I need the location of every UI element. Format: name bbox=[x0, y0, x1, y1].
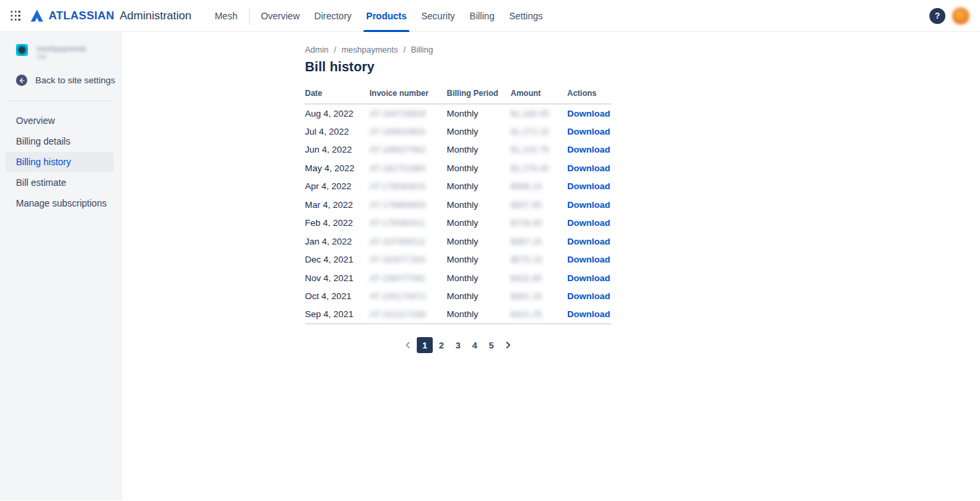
sidebar-item[interactable]: Billing history bbox=[5, 152, 114, 172]
bill-date: Apr 4, 2022 bbox=[305, 177, 369, 196]
bill-date: Mar 4, 2022 bbox=[305, 196, 369, 215]
help-icon[interactable]: ? bbox=[929, 8, 945, 24]
pagination-next-button[interactable] bbox=[500, 337, 516, 353]
invoice-number-redacted: AT-151317338 bbox=[369, 306, 447, 324]
main-content: AdminmeshpaymentsBilling Bill history Da… bbox=[122, 32, 980, 500]
bill-amount-redacted: $1,278.40 bbox=[511, 159, 567, 178]
top-nav-item[interactable]: Settings bbox=[502, 0, 551, 32]
top-nav-item[interactable]: Directory bbox=[307, 0, 359, 32]
user-avatar[interactable] bbox=[952, 7, 969, 25]
bill-amount-redacted: $987.15 bbox=[511, 233, 567, 251]
table-row: Aug 4, 2022 AT-184729828 Monthly $1,185.… bbox=[305, 104, 611, 123]
sidebar-item[interactable]: Overview bbox=[5, 111, 114, 131]
sidebar: meshpayments Site Back to site settings … bbox=[0, 32, 122, 500]
invoice-number-redacted: AT-175080411 bbox=[369, 214, 447, 233]
pagination-page-button[interactable]: 4 bbox=[467, 337, 483, 353]
brand-wordmark: ATLASSIAN bbox=[49, 9, 115, 23]
bill-date: Aug 4, 2022 bbox=[305, 104, 369, 123]
top-nav-item[interactable]: Billing bbox=[462, 0, 501, 32]
bill-date: Nov 4, 2021 bbox=[305, 269, 369, 288]
download-link[interactable]: Download bbox=[567, 163, 611, 173]
pagination-page-button[interactable]: 2 bbox=[433, 337, 449, 353]
sidebar-item[interactable]: Billing details bbox=[5, 131, 114, 151]
download-link[interactable]: Download bbox=[567, 237, 611, 247]
billing-period: Monthly bbox=[447, 159, 511, 178]
breadcrumb-item[interactable]: Admin bbox=[305, 45, 342, 55]
page-title: Bill history bbox=[305, 59, 980, 75]
download-link[interactable]: Download bbox=[567, 127, 611, 137]
download-link[interactable]: Download bbox=[567, 254, 611, 264]
breadcrumb-item[interactable]: meshpayments bbox=[342, 45, 411, 55]
bill-date: Jun 4, 2022 bbox=[305, 141, 369, 159]
table-row: May 4, 2022 AT-182751880 Monthly $1,278.… bbox=[305, 159, 611, 178]
invoice-number-redacted: AT-180620802 bbox=[369, 123, 447, 141]
bill-date: Oct 4, 2021 bbox=[305, 287, 369, 306]
sidebar-item[interactable]: Bill estimate bbox=[5, 173, 114, 193]
atlassian-logo[interactable]: ATLASSIAN Administration bbox=[30, 9, 191, 23]
bill-history-table: DateInvoice numberBilling PeriodAmountAc… bbox=[305, 89, 611, 324]
bill-amount-redacted: $728.45 bbox=[511, 214, 567, 233]
table-row: Jan 4, 2022 AT-167099212 Monthly $987.15… bbox=[305, 233, 611, 251]
back-to-site-settings-button[interactable]: Back to site settings bbox=[0, 75, 121, 86]
sidebar-item[interactable]: Manage subscriptions bbox=[5, 193, 114, 213]
atlassian-mark-icon bbox=[30, 9, 44, 23]
billing-period: Monthly bbox=[447, 104, 511, 123]
top-nav-item[interactable]: Security bbox=[414, 0, 463, 32]
bill-date: Sep 4, 2021 bbox=[305, 306, 369, 324]
site-subtitle-blurred: Site bbox=[37, 53, 87, 60]
bill-date: May 4, 2022 bbox=[305, 159, 369, 178]
invoice-number-redacted: AT-186627062 bbox=[369, 141, 447, 159]
invoice-number-redacted: AT-184729828 bbox=[369, 104, 447, 123]
billing-period: Monthly bbox=[447, 306, 511, 324]
download-link[interactable]: Download bbox=[567, 309, 611, 319]
billing-period: Monthly bbox=[447, 269, 511, 288]
chevron-right-icon bbox=[503, 340, 513, 350]
invoice-number-redacted: AT-178084815 bbox=[369, 177, 447, 196]
top-nav-item[interactable]: Mesh bbox=[207, 0, 244, 32]
pagination-prev-button[interactable] bbox=[400, 337, 416, 353]
column-header: Date bbox=[305, 89, 369, 104]
invoice-number-redacted: AT-155174472 bbox=[369, 287, 447, 306]
site-card: meshpayments Site bbox=[0, 44, 121, 60]
column-header: Billing Period bbox=[447, 89, 511, 104]
download-link[interactable]: Download bbox=[567, 218, 611, 228]
pagination-page-button[interactable]: 1 bbox=[417, 337, 433, 353]
table-row: Dec 4, 2021 AT-163077302 Monthly $575.15… bbox=[305, 250, 611, 269]
bill-date: Jan 4, 2022 bbox=[305, 233, 369, 251]
download-link[interactable]: Download bbox=[567, 291, 611, 301]
bill-amount-redacted: $575.15 bbox=[511, 250, 567, 269]
bill-amount-redacted: $1,185.45 bbox=[511, 104, 567, 123]
download-link[interactable]: Download bbox=[567, 109, 611, 119]
column-header: Amount bbox=[511, 89, 567, 104]
table-row: Sep 4, 2021 AT-151317338 Monthly $431.25… bbox=[305, 306, 611, 324]
download-link[interactable]: Download bbox=[567, 145, 611, 155]
pagination-page-button[interactable]: 3 bbox=[450, 337, 466, 353]
bill-amount-redacted: $1,272.15 bbox=[511, 123, 567, 141]
product-name: Administration bbox=[120, 9, 192, 23]
top-nav-item[interactable]: Products bbox=[359, 0, 414, 32]
bill-amount-redacted: $432.85 bbox=[511, 269, 567, 288]
table-row: Oct 4, 2021 AT-155174472 Monthly $481.15… bbox=[305, 287, 611, 306]
bill-amount-redacted: $1,102.75 bbox=[511, 141, 567, 159]
billing-period: Monthly bbox=[447, 214, 511, 233]
invoice-number-redacted: AT-167099212 bbox=[369, 233, 447, 251]
bill-date: Jul 4, 2022 bbox=[305, 123, 369, 141]
billing-period: Monthly bbox=[447, 250, 511, 269]
billing-period: Monthly bbox=[447, 123, 511, 141]
pagination-page-button[interactable]: 5 bbox=[483, 337, 499, 353]
download-link[interactable]: Download bbox=[567, 273, 611, 283]
site-name-blurred: meshpayments bbox=[37, 44, 87, 53]
top-nav: MeshOverviewDirectoryProductsSecurityBil… bbox=[207, 0, 550, 32]
billing-period: Monthly bbox=[447, 177, 511, 196]
download-link[interactable]: Download bbox=[567, 181, 611, 191]
download-link[interactable]: Download bbox=[567, 200, 611, 210]
table-row: Mar 4, 2022 AT-176864805 Monthly $937.85… bbox=[305, 196, 611, 215]
breadcrumb-item[interactable]: Billing bbox=[411, 45, 433, 55]
top-nav-item[interactable]: Overview bbox=[254, 0, 307, 32]
app-switcher-icon[interactable] bbox=[11, 11, 21, 21]
bill-amount-redacted: $481.15 bbox=[511, 287, 567, 306]
billing-period: Monthly bbox=[447, 287, 511, 306]
table-row: Jul 4, 2022 AT-180620802 Monthly $1,272.… bbox=[305, 123, 611, 141]
table-row: Nov 4, 2021 AT-158077081 Monthly $432.85… bbox=[305, 269, 611, 288]
bill-amount-redacted: $937.85 bbox=[511, 196, 567, 215]
